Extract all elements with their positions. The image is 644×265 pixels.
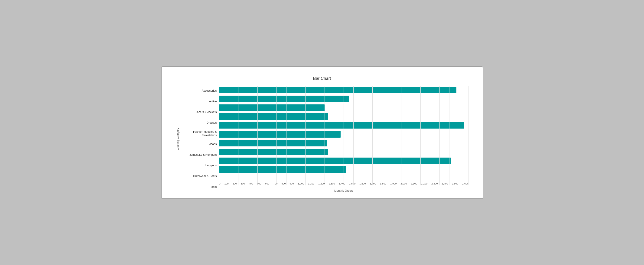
x-tick: 1,200: [318, 182, 325, 185]
x-tick: 2,000: [400, 182, 407, 185]
y-categories: AccessoriesActiveBlazers & JacketsDresse…: [182, 86, 219, 192]
y-category-label: Fashion Hoodies & Sweatshirts: [182, 130, 217, 138]
bar-row: [219, 113, 469, 120]
y-category-label: Jeans: [182, 140, 217, 148]
bar: [219, 104, 324, 111]
x-tick: 800: [281, 182, 286, 185]
x-tick: 500: [257, 182, 261, 185]
x-tick: 600: [265, 182, 269, 185]
x-tick: 2,300: [431, 182, 438, 185]
bar: [219, 96, 349, 102]
bar-row: [219, 166, 469, 173]
x-tick: 1,900: [390, 182, 397, 185]
x-axis-label: Monthly Orders: [219, 189, 469, 192]
x-tick: 700: [273, 182, 278, 185]
bar-row: [219, 104, 469, 112]
x-tick: 2,600: [462, 182, 469, 185]
chart-title: Bar Chart: [176, 76, 469, 81]
bar: [219, 166, 346, 173]
x-tick: 1,300: [328, 182, 335, 185]
x-tick: 400: [249, 182, 253, 185]
y-category-label: Accessories: [182, 87, 217, 95]
bars-area: 01002003004005006007008009001,0001,1001,…: [219, 86, 469, 192]
bar: [219, 140, 328, 146]
bar: [219, 87, 456, 93]
bar-row: [219, 95, 469, 102]
chart-container: Bar Chart Clothing Category AccessoriesA…: [161, 66, 483, 199]
x-tick: 0: [219, 182, 220, 185]
y-category-label: Dresses: [182, 119, 217, 127]
x-tick: 2,100: [411, 182, 417, 185]
y-category-label: Pants: [182, 183, 217, 191]
y-category-label: Blazers & Jackets: [182, 108, 217, 116]
x-tick: 2,200: [421, 182, 428, 185]
bar-row: [219, 86, 469, 94]
x-tick: 200: [232, 182, 236, 185]
chart-area: Clothing Category AccessoriesActiveBlaze…: [176, 86, 469, 192]
bar-row: [219, 148, 469, 156]
y-category-label: Leggings: [182, 162, 217, 170]
y-category-label: Active: [182, 98, 217, 106]
x-tick: 1,100: [308, 182, 314, 185]
y-category-label: Jumpsuits & Rompers: [182, 151, 217, 159]
x-tick: 100: [224, 182, 228, 185]
x-tick: 1,400: [339, 182, 345, 185]
x-tick: 2,400: [442, 182, 448, 185]
bars-wrapper: [219, 86, 469, 181]
x-tick: 300: [241, 182, 245, 185]
bar: [219, 122, 464, 128]
bar: [219, 113, 328, 120]
x-tick: 1,500: [349, 182, 356, 185]
x-tick: 900: [290, 182, 294, 185]
y-axis-label: Clothing Category: [176, 86, 180, 192]
bar: [219, 149, 328, 155]
x-tick: 1,000: [298, 182, 304, 185]
y-category-label: Outerwear & Coats: [182, 172, 217, 180]
x-tick: 1,700: [370, 182, 376, 185]
bar-row: [219, 122, 469, 129]
x-tick: 1,600: [360, 182, 366, 185]
x-axis: 01002003004005006007008009001,0001,1001,…: [219, 181, 469, 188]
bar-row: [219, 157, 469, 164]
x-tick: 2,500: [452, 182, 458, 185]
bar: [219, 158, 451, 164]
bar-row: [219, 131, 469, 138]
bar-row: [219, 140, 469, 147]
bar: [219, 131, 340, 138]
x-tick: 1,800: [380, 182, 386, 185]
